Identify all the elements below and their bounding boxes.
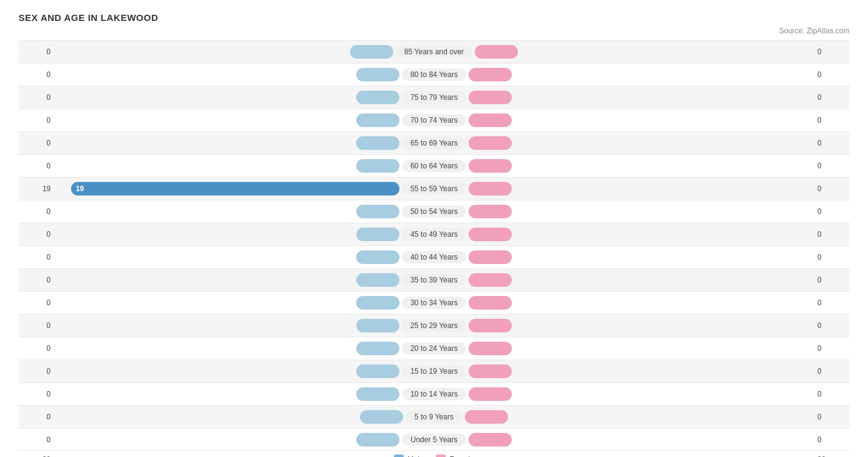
bar-section: 30 to 34 Years	[56, 292, 812, 314]
male-bar	[356, 364, 399, 378]
bar-section: 60 to 64 Years	[56, 155, 812, 177]
female-bar-container	[469, 113, 812, 127]
chart-row: 080 to 84 Years0	[19, 63, 849, 86]
male-value: 0	[19, 207, 56, 216]
bar-section: 40 to 44 Years	[56, 246, 812, 268]
female-bar-container	[469, 433, 812, 447]
age-label: 60 to 64 Years	[402, 160, 467, 172]
chart-row: 085 Years and over0	[19, 40, 849, 63]
age-label: 70 to 74 Years	[402, 114, 467, 126]
bar-section: 25 to 29 Years	[56, 315, 812, 337]
female-bar	[469, 91, 512, 104]
axis-row: 20 Male Female 20	[19, 455, 849, 457]
age-label: Under 5 Years	[402, 434, 466, 446]
age-label: 35 to 39 Years	[402, 274, 467, 286]
female-value: 0	[812, 93, 849, 102]
female-bar-container	[475, 45, 812, 59]
chart-row: 075 to 79 Years0	[19, 86, 849, 109]
male-value: 0	[19, 321, 56, 330]
female-bar-container	[469, 159, 812, 173]
female-value: 0	[812, 390, 849, 398]
female-bar	[469, 342, 512, 355]
age-label: 20 to 24 Years	[402, 342, 467, 355]
female-bar-container	[469, 296, 812, 310]
female-value: 0	[812, 139, 849, 147]
male-value: 0	[19, 70, 56, 79]
legend: Male Female	[394, 455, 474, 457]
female-value: 0	[812, 321, 849, 330]
male-bar	[356, 319, 399, 332]
male-bar	[356, 159, 399, 173]
chart-row: 070 to 74 Years0	[19, 109, 849, 131]
bar-section: 70 to 74 Years	[56, 109, 812, 131]
male-bar	[356, 250, 399, 264]
male-bar-container	[56, 136, 399, 150]
male-bar	[356, 433, 399, 447]
female-bar	[469, 205, 512, 218]
male-bar-container	[56, 91, 399, 104]
female-bar	[469, 182, 512, 196]
male-bar-container	[56, 228, 399, 241]
chart-row: 020 to 24 Years0	[19, 337, 849, 360]
male-value: 0	[19, 47, 56, 56]
male-bar-container	[56, 68, 399, 81]
chart-row: 045 to 49 Years0	[19, 223, 849, 245]
male-value: 0	[19, 413, 56, 421]
male-bar	[356, 228, 399, 241]
male-value: 0	[19, 390, 56, 398]
bar-section: 85 Years and over	[56, 41, 812, 63]
age-label: 85 Years and over	[396, 46, 473, 58]
legend-female: Female	[436, 455, 474, 457]
male-bar-container	[56, 159, 399, 173]
male-bar-container	[56, 387, 399, 401]
female-bar-container	[469, 342, 812, 355]
female-value: 0	[812, 253, 849, 261]
male-bar-container	[56, 319, 399, 332]
female-bar-container	[469, 205, 812, 218]
female-value: 0	[812, 116, 849, 125]
chart-row: 050 to 54 Years0	[19, 200, 849, 223]
male-bar-container	[56, 273, 399, 287]
female-value: 0	[812, 367, 849, 376]
female-value: 0	[812, 344, 849, 353]
age-label: 15 to 19 Years	[402, 365, 467, 377]
bar-section: 20 to 24 Years	[56, 337, 812, 360]
female-bar	[469, 136, 512, 150]
bar-section: 1955 to 59 Years	[56, 178, 812, 200]
male-bar-container	[56, 364, 399, 378]
age-label: 75 to 79 Years	[402, 91, 467, 104]
female-value: 0	[812, 47, 849, 56]
female-bar	[469, 296, 512, 310]
male-value: 0	[19, 367, 56, 376]
female-bar	[469, 228, 512, 241]
male-value: 0	[19, 253, 56, 261]
female-bar	[469, 387, 512, 401]
female-value: 0	[812, 70, 849, 79]
female-bar	[469, 159, 512, 173]
male-bar	[356, 136, 399, 150]
female-bar-container	[469, 273, 812, 287]
chart-row: 060 to 64 Years0	[19, 154, 849, 177]
legend-male: Male	[394, 455, 424, 457]
female-value: 0	[812, 413, 849, 421]
chart-row: 025 to 29 Years0	[19, 314, 849, 337]
male-bar	[356, 342, 399, 355]
male-bar-container	[56, 45, 393, 59]
male-bar-container	[56, 410, 403, 424]
male-bar-container: 19	[56, 182, 399, 196]
female-bar-container	[469, 68, 812, 81]
female-value: 0	[812, 298, 849, 307]
female-bar-container	[469, 387, 812, 401]
age-label: 45 to 49 Years	[402, 228, 467, 241]
male-bar	[356, 387, 399, 401]
male-bar	[350, 45, 393, 59]
male-value: 0	[19, 230, 56, 239]
female-value: 0	[812, 184, 849, 193]
bar-section: Under 5 Years	[56, 429, 812, 450]
female-bar	[469, 433, 512, 447]
female-value: 0	[812, 162, 849, 170]
male-value: 0	[19, 298, 56, 307]
male-bar-container	[56, 433, 399, 447]
female-value: 0	[812, 230, 849, 239]
bar-section: 35 to 39 Years	[56, 269, 812, 291]
